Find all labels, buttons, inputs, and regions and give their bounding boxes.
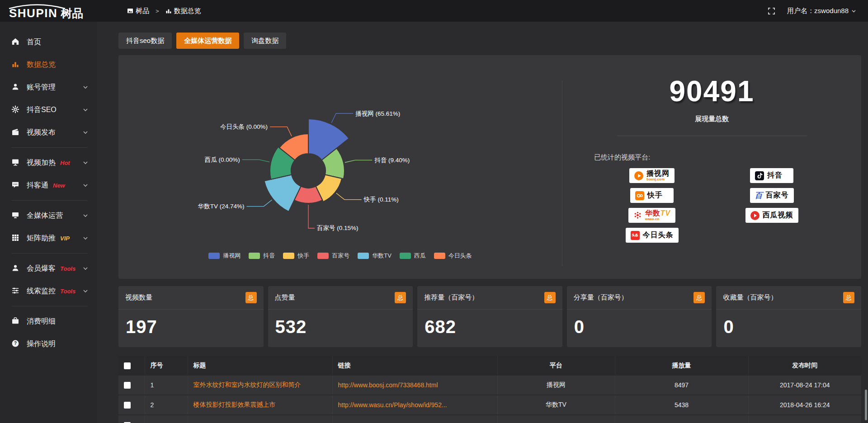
sidebar-item-label: 消费明细 [27,317,56,326]
tab-douyin-seo-data[interactable]: 抖音seo数据 [118,33,172,49]
sidebar-divider [11,200,87,201]
legend-item-1[interactable]: 抖音 [249,252,275,260]
platform-badge-xigua: 西瓜视频 [745,208,798,223]
screen-icon [11,211,20,220]
tab-media-operation-data[interactable]: 全媒体运营数据 [176,33,239,49]
stat-card-title: 推荐量（百家号） [424,293,478,302]
stat-card-total-badge[interactable]: 总 [843,292,854,303]
platform-name: 今日头条 [643,230,674,240]
sidebar-item-label: 会员爆客 [27,264,56,273]
cell-title[interactable]: 楼体投影灯投影效果震撼上市 [188,395,332,415]
sidebar-item-consumption-detail[interactable]: 消费明细 [0,310,97,333]
row-checkbox[interactable] [124,402,131,409]
sidebar-item-label: 视频发布 [27,128,56,137]
legend-item-6[interactable]: 今日头条 [434,252,472,260]
row-checkbox[interactable] [124,382,131,389]
chevron-down-icon [83,130,88,135]
sidebar-item-badge: VIP [60,235,70,242]
legend-item-4[interactable]: 华数TV [358,252,392,260]
legend-label: 西瓜 [414,252,426,260]
sidebar-item-douketong[interactable]: 抖客通New [0,174,97,197]
stat-cards: 视频数量总197点赞量总532推荐量（百家号）总682分享量（百家号）总0收藏量… [118,286,861,347]
summary-divider [617,136,807,136]
question-icon: ? [11,339,20,348]
stat-card-value: 197 [118,310,264,337]
tab-inquiry-data[interactable]: 询盘数据 [244,33,286,49]
fullscreen-icon[interactable] [768,7,775,15]
svg-text:华数TV (24.74%): 华数TV (24.74%) [198,203,245,210]
legend-swatch [283,253,294,259]
cell-link[interactable]: http://www.wasu.cn/Play/show/id/952... [332,395,497,415]
stat-card-total-badge[interactable]: 总 [245,292,257,303]
legend-label: 华数TV [372,252,392,260]
sidebar-item-member-baoke[interactable]: 会员爆客Tools [0,257,97,280]
platform-badge-boosj: 播视网boosj.com [629,168,675,183]
stat-card-total-badge[interactable]: 总 [693,292,705,303]
stat-card-value: 0 [567,310,712,337]
platform-badges: 播视网boosj.com快手华数TVwasu.cn头条今日头条 抖音百百家号西瓜… [562,168,861,243]
sidebar-item-account-management[interactable]: 账号管理 [0,76,97,99]
platform-name: 快手 [647,191,663,200]
legend-item-2[interactable]: 快手 [283,252,309,260]
sidebar-item-label: 全媒体运营 [27,211,63,221]
videos-table-panel: 序号标题链接平台播放量发布时间 1室外水纹灯和室内水纹灯的区别和简介http:/… [118,356,861,423]
sidebar-item-operation-guide[interactable]: ?操作说明 [0,333,97,355]
svg-text:?: ? [14,341,17,346]
stat-card-total-badge[interactable]: 总 [395,292,406,303]
table-row: 1室外水纹灯和室内水纹灯的区别和简介http://www.boosj.com/7… [118,375,861,395]
monitor-icon [11,158,20,167]
sidebar-item-douyin-seo[interactable]: 抖音SEO [0,99,97,121]
svg-text:快手 (0.11%): 快手 (0.11%) [363,196,399,203]
bar-chart-icon [11,60,20,69]
sidebar-item-media-operation[interactable]: 全媒体运营 [0,204,97,227]
photo-icon [127,8,133,14]
chat-icon [11,181,20,190]
stat-card-0: 视频数量总197 [118,286,264,347]
legend-item-5[interactable]: 西瓜 [400,252,426,260]
svg-text:百家号 (0.15%): 百家号 (0.15%) [317,225,359,231]
select-all-checkbox[interactable] [124,362,131,369]
platforms-label: 已统计的视频平台: [594,153,861,162]
breadcrumb-item-data-overview[interactable]: 数据总览 [165,7,201,15]
pie-chart-svg[interactable]: 播视网 (65.61%)抖音 (9.40%)快手 (0.11%)百家号 (0.1… [118,55,562,279]
total-impressions-value: 90491 [562,77,861,106]
sidebar-divider [11,253,87,254]
legend-swatch [358,253,369,259]
table-row-partial [118,415,861,423]
app-logo: SHUPIN 树品 [0,3,97,19]
sidebar-item-data-overview[interactable]: 数据总览 [0,53,97,76]
bars-small-icon [165,8,172,14]
breadcrumb: 树品>数据总览 [127,7,201,15]
platform-subtext: wasu.cn [645,217,660,221]
stat-card-title: 点赞量 [275,293,295,302]
main-content: 抖音seo数据全媒体运营数据询盘数据 播视网 (65.61%)抖音 (9.40%… [97,22,868,423]
toutiao-logo-icon: 头条 [631,231,640,240]
sidebar-item-video-heating[interactable]: 视频加热Hot [0,151,97,174]
rose-pie-chart: 播视网 (65.61%)抖音 (9.40%)快手 (0.11%)百家号 (0.1… [118,55,562,279]
breadcrumb-item-shupin[interactable]: 树品 [127,7,149,15]
cell-link[interactable]: http://www.boosj.com/7338468.html [332,375,497,395]
legend-item-3[interactable]: 百家号 [317,252,349,260]
sidebar-item-video-publish[interactable]: 视频发布 [0,121,97,144]
sidebar-item-clue-monitor[interactable]: 线索监控Tools [0,280,97,302]
chevron-down-icon [83,236,88,240]
sidebar-item-badge: Tools [60,288,75,295]
scrollbar-thumb[interactable] [865,390,867,420]
table-header-row: 序号标题链接平台播放量发布时间 [118,356,861,375]
cell-title[interactable]: 室外水纹灯和室内水纹灯的区别和简介 [188,375,332,395]
cell-time: 2018-04-26 16:24 [748,395,861,415]
table-row: 2楼体投影灯投影效果震撼上市http://www.wasu.cn/Play/sh… [118,395,861,415]
sidebar-item-home[interactable]: 首页 [0,31,97,53]
grid-icon [11,234,20,243]
pie-sectors[interactable] [264,119,349,212]
user-icon [11,83,20,92]
sidebar-item-matrix-boost[interactable]: 矩阵助推VIP [0,227,97,249]
stat-card-total-badge[interactable]: 总 [544,292,556,303]
summary-section: 90491 展现量总数 已统计的视频平台: 播视网boosj.com快手华数TV… [562,55,861,279]
cell-platform: 华数TV [497,395,615,415]
legend-item-0[interactable]: 播视网 [208,252,241,260]
user-menu[interactable]: 用户名：zswodun88 [787,7,856,15]
stat-card-value: 682 [417,310,562,337]
legend-swatch [317,253,329,259]
sliders-icon [11,287,20,296]
